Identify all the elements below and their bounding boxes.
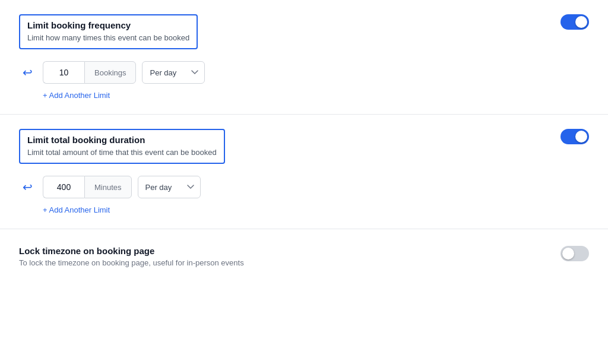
frequency-header: Limit booking frequency Limit how many t… [19, 14, 589, 49]
duration-title: Limit total booking duration [27, 135, 217, 145]
duration-toggle[interactable] [560, 129, 589, 144]
frequency-controls: ↩ Bookings Per day Per week Per month Pe… [43, 61, 589, 84]
timezone-section: Lock timezone on booking page To lock th… [0, 229, 608, 284]
duration-per-select[interactable]: Per day Per week Per month Per year [138, 176, 201, 198]
frequency-add-limit-link[interactable]: + Add Another Limit [43, 91, 589, 100]
frequency-title: Limit booking frequency [27, 20, 189, 30]
timezone-toggle[interactable] [560, 246, 589, 261]
frequency-unit-label: Bookings [84, 61, 136, 84]
duration-title-group: Limit total booking duration Limit total… [19, 129, 225, 164]
frequency-title-group: Limit booking frequency Limit how many t… [19, 14, 198, 49]
frequency-arrow-icon: ↩ [23, 67, 33, 78]
duration-section: Limit total booking duration Limit total… [0, 115, 608, 229]
duration-header: Limit total booking duration Limit total… [19, 129, 589, 164]
duration-description: Limit total amount of time that this eve… [27, 147, 217, 158]
frequency-toggle[interactable] [560, 14, 589, 30]
duration-unit-label: Minutes [84, 176, 132, 198]
timezone-toggle-slider [560, 246, 589, 261]
frequency-description: Limit how many times this event can be b… [27, 33, 189, 43]
duration-toggle-slider [560, 129, 589, 144]
duration-number-input[interactable] [43, 176, 84, 198]
duration-arrow-icon: ↩ [23, 181, 33, 193]
duration-controls: ↩ Minutes Per day Per week Per month Per… [43, 176, 589, 198]
page-container: Limit booking frequency Limit how many t… [0, 0, 608, 364]
frequency-number-input[interactable] [43, 61, 84, 84]
timezone-title: Lock timezone on booking page [19, 246, 244, 256]
timezone-description: To lock the timezone on booking page, us… [19, 258, 244, 267]
timezone-info-group: Lock timezone on booking page To lock th… [19, 246, 244, 267]
frequency-per-select[interactable]: Per day Per week Per month Per year [142, 61, 205, 84]
frequency-section: Limit booking frequency Limit how many t… [0, 0, 608, 115]
frequency-toggle-slider [560, 14, 589, 30]
duration-add-limit-link[interactable]: + Add Another Limit [43, 205, 589, 214]
